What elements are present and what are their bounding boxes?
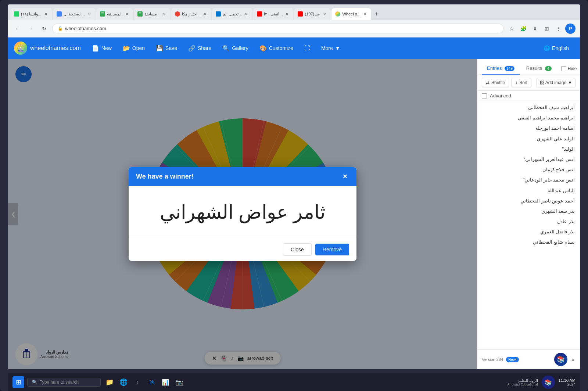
entry-item-3[interactable]: الوليد علي الشهري xyxy=(477,134,580,144)
apps-icon[interactable]: ⊞ xyxy=(542,24,552,34)
tab-youtube1[interactable]: أتمنى | ٣ا... ✕ xyxy=(253,8,293,20)
taskbar-icon-excel[interactable]: 📊 xyxy=(159,376,171,388)
download-icon[interactable]: ⬇ xyxy=(530,24,540,34)
new-icon: 📄 xyxy=(92,45,99,52)
gallery-icon: 🔍 xyxy=(222,45,230,52)
profile-avatar[interactable]: P xyxy=(565,24,576,34)
shuffle-label: Shuffle xyxy=(491,80,505,85)
tab-wheelofnames[interactable]: Wheel o... ✕ xyxy=(331,8,371,20)
entry-item-8[interactable]: إلياس عبدالله xyxy=(477,186,580,196)
entry-item-0[interactable]: ابراهيم سيف القحطاني xyxy=(477,103,580,113)
tab-close-youtube1[interactable]: ✕ xyxy=(284,11,290,17)
tab-location[interactable]: اختيار مكا... ✕ xyxy=(171,8,211,20)
taskbar-icons: 📁 🌐 ♪ 🛍 📊 📷 xyxy=(104,376,185,388)
forward-button[interactable]: → xyxy=(26,24,36,34)
tab-favicon-wheel xyxy=(335,11,340,17)
url-bar[interactable]: 🔒 wheelofnames.com xyxy=(52,24,503,33)
taskbar-search[interactable]: 🔍 Type here to search xyxy=(27,378,101,387)
logo-icon: 🎡 xyxy=(14,42,27,55)
dialog-title: We have a winner! xyxy=(136,173,194,180)
taskbar-icon-tiktok[interactable]: ♪ xyxy=(132,376,143,388)
entry-item-4[interactable]: الوليد" xyxy=(477,144,580,154)
entry-item-1[interactable]: ابراهيم محمد ابراهيم الغيقي xyxy=(477,113,580,123)
new-tab-button[interactable]: + xyxy=(372,8,384,20)
tab-label-page: الصفحة ال... xyxy=(64,12,85,17)
tab-close-page[interactable]: ✕ xyxy=(87,11,92,17)
entry-item-7[interactable]: انس محمد جابر الودعاني" xyxy=(477,175,580,185)
back-button[interactable]: ← xyxy=(12,24,23,34)
tab-close-location[interactable]: ✕ xyxy=(202,11,208,17)
globe-icon: 🌐 xyxy=(544,45,550,51)
gallery-button[interactable]: 🔍 Gallery xyxy=(217,42,253,55)
entry-item-11[interactable]: بذر عادل xyxy=(477,216,580,227)
advanced-checkbox[interactable] xyxy=(482,93,487,98)
entry-item-5[interactable]: انس عبدالعزيز الشهراني" xyxy=(477,154,580,165)
entry-item-9[interactable]: أحمد عوض ناصر القحطاني xyxy=(477,196,580,206)
results-tab-label: Results xyxy=(526,65,542,71)
entry-item-12[interactable]: بذر فاضل العمري xyxy=(477,227,580,237)
entry-item-13[interactable]: بسام شايع القحطاني xyxy=(477,237,580,247)
open-label: Open xyxy=(132,45,145,51)
new-badge: New! xyxy=(506,357,519,362)
close-dialog-button[interactable]: Close xyxy=(283,243,312,256)
tab-close-download[interactable]: ✕ xyxy=(244,11,249,17)
tab-close-wheel[interactable]: ✕ xyxy=(362,11,368,17)
taskbar-icon-browser[interactable]: 🌐 xyxy=(118,376,129,388)
entries-list[interactable]: ابراهيم سيف القحطاني ابراهيم محمد ابراهي… xyxy=(477,101,580,349)
save-button[interactable]: 💾 Save xyxy=(151,42,182,55)
taskbar-icon-files[interactable]: 📁 xyxy=(104,376,115,388)
scroll-up-button[interactable]: ▲ xyxy=(570,356,576,362)
hide-button[interactable]: Hide xyxy=(558,65,580,73)
tab-page[interactable]: الصفحة ال... ✕ xyxy=(53,8,96,20)
customize-button[interactable]: 🎨 Customize xyxy=(254,42,298,55)
dialog-close-button[interactable]: ✕ xyxy=(340,172,349,181)
gallery-label: Gallery xyxy=(232,45,248,51)
dialog-header: We have a winner! ✕ xyxy=(129,167,356,186)
more-label: More xyxy=(321,45,333,51)
menu-icon[interactable]: ⋮ xyxy=(553,24,564,34)
tab-close-competition2[interactable]: ✕ xyxy=(162,11,167,17)
more-button[interactable]: More ▼ xyxy=(316,42,345,54)
results-tab[interactable]: Results 4 xyxy=(521,62,557,75)
site-name: wheelofnames.com xyxy=(30,45,81,51)
language-button[interactable]: 🌐 English xyxy=(538,42,574,54)
tab-download[interactable]: تحميل الم... ✕ xyxy=(212,8,252,20)
app-logo[interactable]: 🎡 wheelofnames.com xyxy=(14,42,81,55)
app-header: 🎡 wheelofnames.com 📄 New 📂 Open 💾 Save xyxy=(8,37,580,59)
bookmark-icon[interactable]: ☆ xyxy=(506,24,517,34)
entries-tab[interactable]: Entries 149 xyxy=(482,62,520,75)
app-main: ✏ ❮ xyxy=(8,59,580,369)
extension-icon[interactable]: 🧩 xyxy=(518,24,528,34)
share-button[interactable]: 🔗 Share xyxy=(183,42,216,55)
sort-label: Sort xyxy=(519,80,527,85)
taskbar-icon-store[interactable]: 🛍 xyxy=(146,376,157,388)
tab-label-whatsapp: (١٨) واتسا... xyxy=(21,12,42,17)
tab-competition2[interactable]: ☰ مسابقة ✕ xyxy=(134,8,171,20)
sort-button[interactable]: ↕ Sort xyxy=(511,78,531,87)
refresh-button[interactable]: ↻ xyxy=(39,24,49,34)
search-placeholder: Type here to search xyxy=(40,380,79,385)
tab-bar: (١٨) واتسا... ✕ الصفحة ال... ✕ ☰ المسابق… xyxy=(8,4,580,20)
tab-close-youtube2[interactable]: ✕ xyxy=(322,11,327,17)
taskbar-right: الرواد للتعليم Arrowad Educational 📚 11:… xyxy=(507,376,576,389)
tab-whatsapp[interactable]: (١٨) واتسا... ✕ xyxy=(10,8,52,20)
add-image-button[interactable]: 🖼 Add image ▼ xyxy=(536,78,576,87)
fullscreen-button[interactable]: ⛶ xyxy=(299,42,315,54)
language-label: English xyxy=(552,45,569,51)
shuffle-button[interactable]: ⇄ Shuffle xyxy=(482,78,509,87)
entry-item-6[interactable]: انس فلاح كزمان xyxy=(477,165,580,175)
add-image-chevron: ▼ xyxy=(568,80,572,85)
start-button[interactable]: ⊞ xyxy=(12,376,24,388)
share-label: Share xyxy=(198,45,211,51)
tab-close-whatsapp[interactable]: ✕ xyxy=(43,11,49,17)
new-button[interactable]: 📄 New xyxy=(87,42,117,55)
taskbar-icon-camera[interactable]: 📷 xyxy=(173,376,185,388)
winner-dialog-overlay: We have a winner! ✕ ثامر عواض الشهراني C… xyxy=(8,59,477,369)
tab-close-competition1[interactable]: ✕ xyxy=(124,11,129,17)
entry-item-10[interactable]: بذر سعد الشهري xyxy=(477,206,580,216)
open-button[interactable]: 📂 Open xyxy=(118,42,150,55)
remove-button[interactable]: Remove xyxy=(315,244,349,255)
tab-youtube2[interactable]: سـ (197) ✕ xyxy=(294,8,331,20)
tab-competition1[interactable]: ☰ المسابقة ✕ xyxy=(96,8,133,20)
entry-item-2[interactable]: اسامه احمد ابوزجله xyxy=(477,123,580,133)
